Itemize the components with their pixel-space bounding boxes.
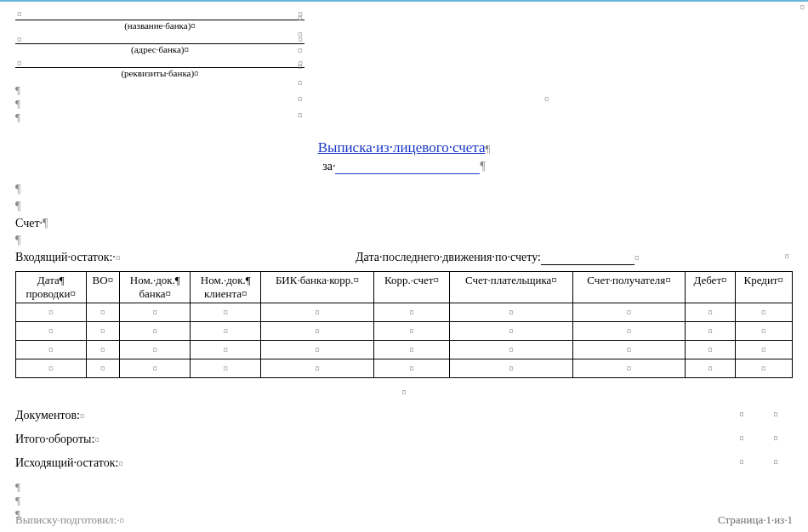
table-header-cell: Счет·получателя¤: [572, 272, 686, 303]
table-cell: ¤: [735, 303, 792, 322]
table-cell: ¤: [120, 303, 191, 322]
bank-addr-caption: (адрес·банка)¤: [15, 44, 304, 54]
prepared-by-label: Выписку·подготовил:·¤: [15, 513, 124, 527]
table-cell: ¤: [450, 359, 573, 378]
paragraph-mark: ¶: [15, 494, 793, 507]
table-cell: ¤: [16, 303, 87, 322]
bank-req-caption: (реквизиты·банка)¤: [15, 68, 304, 78]
table-row: ¤¤¤¤¤¤¤¤¤¤: [16, 322, 793, 341]
bank-name-caption: (название·банка)¤: [15, 20, 304, 31]
incoming-balance-label: Входящий·остаток:·: [15, 251, 116, 263]
table-cell: ¤: [373, 359, 449, 378]
table-cell: ¤: [572, 359, 686, 378]
page-number: Страница·1·из·1: [718, 513, 793, 527]
table-cell: ¤: [120, 322, 191, 341]
document-title: Выписка·из·лицевого·счета: [318, 139, 486, 156]
table-cell: ¤: [191, 322, 261, 341]
table-cell: ¤: [261, 341, 373, 359]
table-cell: ¤: [686, 322, 735, 341]
paragraph-mark: ¶: [15, 234, 793, 247]
table-header-cell: ВО¤: [86, 272, 120, 303]
table-cell: ¤: [120, 359, 191, 378]
table-cell: ¤: [735, 359, 792, 378]
table-header-cell: Дебет¤: [686, 272, 735, 303]
table-cell: ¤: [572, 303, 686, 322]
table-cell: ¤: [86, 359, 120, 378]
last-movement-underline: [541, 251, 634, 265]
table-row: ¤¤¤¤¤¤¤¤¤¤: [16, 303, 793, 322]
table-header-cell: Ном.·док.¶банка¤: [120, 272, 191, 303]
table-header-cell: Ном.·док.¶клиента¤: [191, 272, 261, 303]
table-cell: ¤: [86, 303, 120, 322]
table-cell: ¤: [86, 341, 120, 359]
mark: ¤: [17, 34, 22, 44]
transactions-table: Дата¶проводки¤ВО¤Ном.·док.¶банка¤Ном.·до…: [15, 271, 793, 378]
table-cell: ¤: [86, 322, 120, 341]
table-cell: ¤: [572, 322, 686, 341]
mark: ¤: [634, 252, 640, 263]
paragraph-mark: ¶: [15, 507, 793, 521]
mark: ¤: [401, 387, 407, 397]
table-body: ¤¤¤¤¤¤¤¤¤¤¤¤¤¤¤¤¤¤¤¤¤¤¤¤¤¤¤¤¤¤¤¤¤¤¤¤¤¤¤¤: [16, 303, 793, 378]
table-cell: ¤: [686, 341, 735, 359]
table-cell: ¤: [735, 341, 792, 359]
table-cell: ¤: [373, 341, 449, 359]
table-header-cell: Дата¶проводки¤: [16, 272, 87, 303]
paragraph-mark: ¶: [480, 160, 485, 173]
table-cell: ¤: [450, 303, 573, 322]
table-header-cell: Кредит¤: [735, 272, 792, 303]
table-header-cell: Счет·плательщика¤: [450, 272, 573, 303]
paragraph-mark: ¶: [15, 200, 793, 213]
paragraph-mark: ¶: [15, 480, 793, 494]
table-cell: ¤: [16, 341, 87, 359]
table-cell: ¤: [686, 359, 735, 378]
outgoing-balance-row: Исходящий·остаток:¤ ¤¤: [15, 456, 793, 470]
table-header-cell: Корр.·счет¤: [373, 272, 449, 303]
paragraph-mark: ¶: [43, 217, 48, 229]
table-cell: ¤: [120, 341, 191, 359]
table-cell: ¤: [735, 322, 792, 341]
mark: ¤: [17, 8, 22, 19]
account-label: Счет·: [15, 217, 43, 229]
mark: ¤: [544, 93, 549, 104]
table-cell: ¤: [16, 359, 87, 378]
mark: ¤: [17, 58, 22, 68]
turnover-row: Итого·обороты:¤ ¤¤: [15, 433, 793, 446]
table-cell: ¤: [686, 303, 735, 322]
table-header-cell: БИК·банка·корр.¤: [261, 272, 373, 303]
table-cell: ¤: [191, 303, 261, 322]
table-cell: ¤: [373, 303, 449, 322]
table-cell: ¤: [450, 322, 573, 341]
table-row: ¤¤¤¤¤¤¤¤¤¤: [16, 359, 793, 378]
table-cell: ¤: [191, 359, 261, 378]
period-underline: [335, 160, 480, 174]
bank-header-block: ¤ ¤ (название·банка)¤ ¤ ¤ (адрес·банка)¤…: [15, 10, 304, 124]
table-cell: ¤: [16, 322, 87, 341]
documents-row: Документов:¤ ¤¤: [15, 409, 793, 422]
table-cell: ¤: [261, 322, 373, 341]
table-cell: ¤: [191, 341, 261, 359]
za-label: за·: [322, 160, 335, 173]
paragraph-mark: ¶: [15, 110, 304, 124]
paragraph-mark: ¶: [15, 183, 793, 196]
mark: ¤: [116, 252, 121, 263]
table-cell: ¤: [261, 359, 373, 378]
mark: ¤: [800, 2, 805, 12]
table-cell: ¤: [572, 341, 686, 359]
last-movement-label: Дата·последнего·движения·по·счету:: [356, 251, 541, 263]
table-header-row: Дата¶проводки¤ВО¤Ном.·док.¶банка¤Ном.·до…: [16, 272, 793, 303]
table-cell: ¤: [373, 322, 449, 341]
table-cell: ¤: [450, 341, 573, 359]
paragraph-mark: ¶: [15, 97, 304, 110]
mark: ¤: [785, 251, 790, 261]
table-row: ¤¤¤¤¤¤¤¤¤¤: [16, 341, 793, 359]
table-cell: ¤: [261, 303, 373, 322]
paragraph-mark: ¶: [15, 83, 304, 97]
paragraph-mark: ¶: [485, 142, 490, 155]
right-column-marks: ¤ ¤ ¤ ¤ ¤ ¤ ¤: [298, 10, 303, 123]
